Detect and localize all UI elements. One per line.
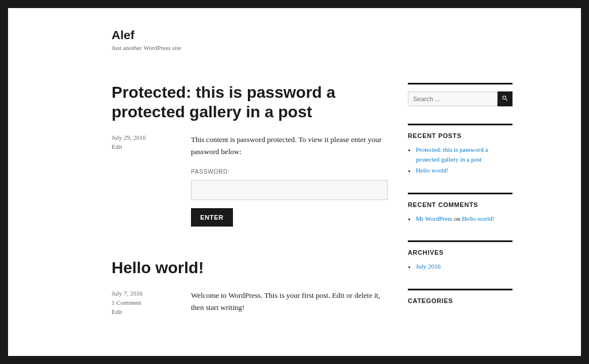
edit-link[interactable]: Edit xyxy=(112,308,122,315)
site-title[interactable]: Alef xyxy=(112,28,581,42)
list-item: July 2016 xyxy=(416,262,512,271)
archives-widget: ARCHIVES July 2016 xyxy=(408,240,512,271)
post-meta: July 29, 2016 Edit xyxy=(112,134,181,227)
recent-post-link[interactable]: Hello world! xyxy=(416,167,449,174)
site-header: Alef Just another WordPress site xyxy=(112,28,581,51)
widget-title: ARCHIVES xyxy=(408,240,512,256)
sidebar: RECENT POSTS Protected: this is password… xyxy=(408,83,512,349)
post-title-link[interactable]: Protected: this is password a protected … xyxy=(112,83,335,121)
search-input[interactable] xyxy=(408,91,498,106)
post-protected: Protected: this is password a protected … xyxy=(112,83,388,227)
list-item: Protected: this is password a protected … xyxy=(416,145,512,164)
post-body-text: Welcome to WordPress. This is your first… xyxy=(191,290,388,314)
protected-message: This content is password protected. To v… xyxy=(191,134,388,158)
recent-post-link[interactable]: Protected: this is password a protected … xyxy=(416,146,488,163)
recent-comments-widget: RECENT COMMENTS Mr WordPress on Hello wo… xyxy=(408,193,512,224)
edit-link[interactable]: Edit xyxy=(112,143,122,150)
post-meta: July 7, 2016 1 Comment Edit xyxy=(112,290,181,317)
list-item: Mr WordPress on Hello world! xyxy=(416,214,512,224)
site-tagline: Just another WordPress site xyxy=(112,44,581,51)
categories-widget: CATEGORIES xyxy=(408,289,512,304)
comment-author-link[interactable]: Mr WordPress xyxy=(416,215,452,222)
password-label: PASSWORD: xyxy=(191,167,388,177)
comment-target-link[interactable]: Hello world! xyxy=(462,215,495,222)
search-button[interactable] xyxy=(498,91,512,106)
list-item: Hello world! xyxy=(416,166,512,175)
archive-link[interactable]: July 2016 xyxy=(416,263,441,270)
comments-link[interactable]: 1 Comment xyxy=(112,299,141,306)
post-date[interactable]: July 7, 2016 xyxy=(112,290,143,297)
main-content: Protected: this is password a protected … xyxy=(112,83,388,349)
post-hello-world: Hello world! July 7, 2016 1 Comment Edit… xyxy=(112,258,388,318)
search-icon xyxy=(502,95,508,104)
search-widget xyxy=(408,83,512,106)
enter-button[interactable]: ENTER xyxy=(191,208,233,227)
post-title-link[interactable]: Hello world! xyxy=(112,259,204,277)
post-date[interactable]: July 29, 2016 xyxy=(112,134,146,141)
comment-on-text: on xyxy=(452,215,462,222)
widget-title: RECENT POSTS xyxy=(408,124,512,139)
recent-posts-widget: RECENT POSTS Protected: this is password… xyxy=(408,124,512,175)
widget-title: RECENT COMMENTS xyxy=(408,193,512,208)
widget-title: CATEGORIES xyxy=(408,289,512,304)
password-input[interactable] xyxy=(191,180,388,200)
